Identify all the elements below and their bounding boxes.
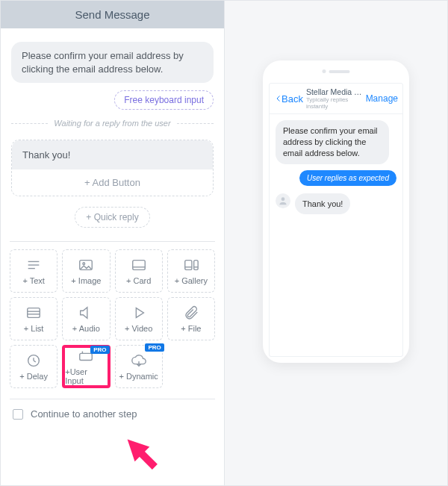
free-keyboard-input-pill[interactable]: Free keyboard input	[114, 90, 214, 110]
tile-video[interactable]: + Video	[115, 297, 163, 340]
tile-card[interactable]: + Card	[115, 249, 163, 293]
svg-point-4	[83, 263, 85, 265]
phone-screen: Back Stellar Media Marketi...› Typically…	[269, 83, 403, 357]
tile-dynamic[interactable]: PRO + Dynamic	[115, 345, 163, 388]
svg-rect-5	[132, 261, 145, 270]
chat-title-text: Stellar Media Marketi...	[306, 87, 363, 96]
message-text[interactable]: Thank you!	[12, 140, 213, 169]
tile-label: + Gallery	[175, 276, 208, 285]
quick-reply-button[interactable]: + Quick reply	[75, 207, 149, 228]
tile-label: + File	[181, 324, 201, 333]
manage-button[interactable]: Manage	[366, 93, 398, 104]
chat-title[interactable]: Stellar Media Marketi...› Typically repl…	[303, 87, 366, 110]
chat-subtitle: Typically replies instantly	[306, 96, 363, 110]
phone-mockup: Back Stellar Media Marketi...› Typically…	[263, 60, 409, 363]
continue-checkbox[interactable]	[13, 409, 23, 420]
svg-rect-11	[28, 308, 40, 318]
waiting-divider: Waiting for a reply from the user	[11, 119, 214, 128]
svg-rect-7	[185, 261, 192, 270]
chat-navbar: Back Stellar Media Marketi...› Typically…	[270, 84, 402, 114]
editor-panel: Send Message Please confirm your email a…	[1, 1, 225, 485]
tile-label: +User Input	[65, 367, 107, 385]
tile-image[interactable]: + Image	[62, 249, 110, 293]
tile-label: + Image	[71, 276, 101, 285]
content-tile-grid: + Text + Image + Card + Gallery + List	[10, 241, 215, 399]
panel-body: Please confirm your email address by cli…	[1, 28, 224, 436]
tile-label: + Text	[22, 276, 44, 285]
svg-rect-9	[194, 261, 199, 270]
continue-label: Continue to another step	[31, 408, 137, 420]
avatar	[276, 193, 290, 208]
tile-delay[interactable]: + Delay	[10, 345, 57, 388]
pro-badge: PRO	[145, 343, 164, 352]
continue-row: Continue to another step	[11, 399, 214, 429]
pro-badge: PRO	[90, 346, 109, 354]
tile-file[interactable]: + File	[167, 297, 215, 340]
back-button[interactable]: Back	[274, 93, 303, 105]
tile-audio[interactable]: + Audio	[62, 297, 110, 340]
back-label: Back	[281, 93, 303, 105]
message-bubble-confirm[interactable]: Please confirm your email address by cli…	[11, 42, 214, 83]
tile-gallery[interactable]: + Gallery	[167, 249, 215, 293]
preview-area: Back Stellar Media Marketi...› Typically…	[225, 1, 447, 485]
add-button[interactable]: + Add Button	[12, 169, 213, 196]
preview-bubble-confirm: Please confirm your email address by cli…	[276, 120, 389, 164]
tile-label: + Card	[126, 276, 151, 285]
tile-list[interactable]: + List	[10, 297, 57, 340]
tile-label: + Video	[125, 324, 152, 333]
app-frame: Send Message Please confirm your email a…	[0, 0, 448, 486]
tile-label: + Dynamic	[119, 372, 158, 381]
tile-label: + Audio	[72, 324, 100, 333]
panel-title: Send Message	[1, 1, 224, 28]
message-block-thankyou[interactable]: Thank you! + Add Button	[11, 140, 214, 196]
tile-text[interactable]: + Text	[10, 249, 57, 293]
preview-bubble-thankyou: Thank you!	[295, 193, 350, 215]
tile-label: + List	[24, 324, 44, 333]
phone-hardware-top	[323, 69, 350, 73]
tile-label: + Delay	[19, 372, 48, 381]
svg-rect-17	[80, 353, 93, 360]
preview-bubble-reply: User replies as expected	[299, 170, 396, 186]
tile-user-input[interactable]: PRO +User Input	[62, 345, 110, 388]
waiting-divider-label: Waiting for a reply from the user	[48, 119, 176, 128]
conversation: Please confirm your email address by cli…	[270, 114, 402, 356]
svg-line-16	[34, 361, 36, 362]
svg-point-20	[281, 197, 285, 201]
